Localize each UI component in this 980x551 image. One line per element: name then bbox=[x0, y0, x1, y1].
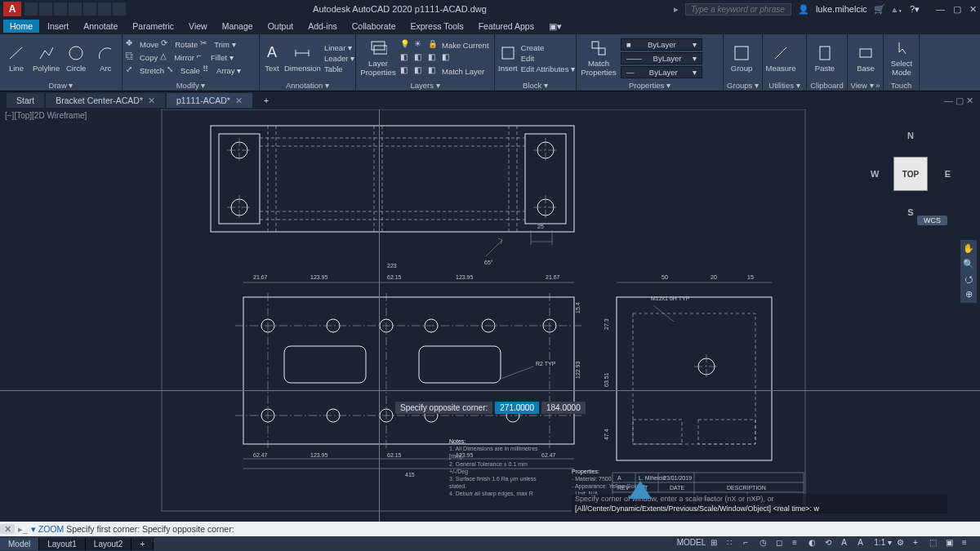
search-input[interactable] bbox=[685, 3, 791, 16]
dynamic-y[interactable]: 184.0000 bbox=[541, 402, 586, 414]
share-icon[interactable]: ⟁▾ bbox=[892, 4, 903, 14]
plus-icon[interactable]: + bbox=[913, 538, 924, 549]
win-close-icon[interactable]: ✕ bbox=[969, 4, 977, 15]
lock-icon[interactable]: 🔒 bbox=[428, 39, 439, 51]
trim-button[interactable]: Trim ▾ bbox=[214, 40, 235, 49]
pan-icon[interactable]: ✋ bbox=[963, 243, 974, 254]
panel-utilities-title[interactable]: Utilities ▾ bbox=[763, 81, 806, 90]
layout-tab-1[interactable]: Layout1 bbox=[39, 538, 86, 550]
viewcube-w[interactable]: W bbox=[871, 169, 879, 179]
viewcube-e[interactable]: E bbox=[945, 169, 951, 179]
bulb-icon[interactable]: 💡 bbox=[400, 39, 412, 51]
tab-addins[interactable]: Add-ins bbox=[301, 20, 344, 33]
close-icon[interactable]: ✕ bbox=[148, 96, 155, 105]
base-button[interactable]: Base bbox=[851, 36, 880, 80]
command-chevron-icon[interactable]: ▸_ bbox=[15, 524, 31, 534]
tab-annotate[interactable]: Annotate bbox=[77, 20, 124, 33]
arc-button[interactable]: Arc bbox=[92, 44, 118, 73]
gear-icon[interactable]: ⚙ bbox=[897, 538, 908, 549]
panel-properties-title[interactable]: Properties ▾ bbox=[577, 81, 723, 90]
group-button[interactable]: Group bbox=[727, 36, 756, 80]
stretch-button[interactable]: Stretch bbox=[140, 66, 164, 75]
color-dropdown[interactable]: ■ ByLayer▾ bbox=[621, 38, 702, 51]
tab-featured[interactable]: Featured Apps bbox=[472, 20, 541, 33]
layer-swatch-icon[interactable]: ◧ bbox=[400, 52, 412, 64]
command-line[interactable]: ✕ ▸_ ▾ ZOOM Specify first corner: Specif… bbox=[0, 522, 980, 536]
grid-icon[interactable]: ⊞ bbox=[710, 538, 722, 549]
annoscale-a2-icon[interactable]: A bbox=[858, 538, 869, 549]
win-max-icon[interactable]: ▢ bbox=[953, 4, 961, 15]
leader-button[interactable]: Leader ▾ bbox=[324, 54, 354, 63]
line-button[interactable]: Line bbox=[3, 44, 29, 73]
text-button[interactable]: AText bbox=[263, 44, 281, 73]
tab-output[interactable]: Output bbox=[261, 20, 301, 33]
lineweight-dropdown[interactable]: —— ByLayer▾ bbox=[621, 52, 702, 64]
layout-tab-2[interactable]: Layout2 bbox=[86, 538, 132, 550]
linetype-dropdown[interactable]: — ByLayer▾ bbox=[621, 66, 702, 78]
doc-tab-start[interactable]: Start bbox=[7, 93, 44, 108]
iso-icon[interactable]: ⬚ bbox=[929, 538, 941, 549]
match-layer-icon[interactable]: ◧ bbox=[400, 65, 412, 77]
rotate-button[interactable]: Rotate bbox=[175, 40, 198, 49]
lineweight-icon[interactable]: ≡ bbox=[792, 538, 804, 549]
annoscale-a-icon[interactable]: A bbox=[841, 538, 853, 549]
circle-button[interactable]: Circle bbox=[63, 44, 89, 73]
drawing-canvas[interactable]: [−][Top][2D Wireframe] 65° 25 21.67123.9… bbox=[0, 109, 980, 536]
qat-new-icon[interactable] bbox=[24, 2, 38, 16]
match-layer-button[interactable]: Match Layer bbox=[442, 67, 484, 76]
select-mode-button[interactable]: Select Mode bbox=[887, 36, 916, 80]
panel-draw-title[interactable]: Draw ▾ bbox=[0, 81, 122, 90]
layout-tab-model[interactable]: Model bbox=[0, 538, 39, 550]
make-current-button[interactable]: Make Current bbox=[442, 41, 489, 50]
help-icon[interactable]: ?▾ bbox=[910, 4, 920, 15]
linear-button[interactable]: Linear ▾ bbox=[324, 43, 352, 52]
copy-button[interactable]: Copy bbox=[140, 53, 158, 62]
orbit-icon[interactable]: ⭯ bbox=[964, 274, 973, 284]
tab-parametric[interactable]: Parametric bbox=[126, 20, 180, 33]
wcs-badge[interactable]: WCS bbox=[917, 216, 947, 225]
layer-properties-button[interactable]: Layer Properties bbox=[359, 39, 397, 77]
qat-plot-icon[interactable] bbox=[83, 2, 96, 16]
status-model[interactable]: MODEL bbox=[677, 538, 706, 549]
panel-groups-title[interactable]: Groups ▾ bbox=[724, 81, 762, 90]
tab-home[interactable]: Home bbox=[3, 20, 39, 33]
panel-view-title[interactable]: View ▾ » bbox=[848, 81, 883, 90]
customize-icon[interactable]: ≡ bbox=[962, 538, 973, 549]
polar-icon[interactable]: ◷ bbox=[760, 538, 771, 549]
tab-manage[interactable]: Manage bbox=[216, 20, 260, 33]
qat-open-icon[interactable] bbox=[39, 2, 52, 16]
qat-undo-icon[interactable] bbox=[98, 2, 111, 16]
doc-tab-add[interactable]: + bbox=[254, 93, 278, 108]
qat-redo-icon[interactable] bbox=[113, 2, 126, 16]
fillet-button[interactable]: Fillet ▾ bbox=[211, 53, 234, 62]
mirror-button[interactable]: Mirror bbox=[174, 53, 194, 62]
create-button[interactable]: Create bbox=[521, 43, 545, 52]
table-button[interactable]: Table bbox=[324, 64, 343, 73]
viewcube-face[interactable]: TOP bbox=[894, 158, 927, 190]
tab-collab[interactable]: Collaborate bbox=[345, 20, 403, 33]
doc-tab-p1111[interactable]: p1111-ACAD*✕ bbox=[167, 93, 252, 108]
edit-button[interactable]: Edit bbox=[521, 54, 534, 63]
insert-button[interactable]: Insert bbox=[498, 44, 518, 73]
viewcube-s[interactable]: S bbox=[907, 207, 913, 217]
zoom-icon[interactable]: 🔍 bbox=[963, 259, 974, 269]
polyline-button[interactable]: Polyline bbox=[33, 44, 60, 73]
sun-icon[interactable]: ☀ bbox=[414, 39, 425, 51]
panel-layers-title[interactable]: Layers ▾ bbox=[356, 81, 494, 90]
qat-save-icon[interactable] bbox=[54, 2, 67, 16]
user-name[interactable]: luke.mihelcic bbox=[816, 4, 867, 14]
win-min-icon[interactable]: — bbox=[936, 4, 945, 15]
zoom-scale[interactable]: 1:1 ▾ bbox=[874, 538, 892, 549]
cart-icon[interactable]: 🛒 bbox=[874, 4, 885, 15]
array-button[interactable]: Array ▾ bbox=[216, 66, 241, 75]
snap-icon[interactable]: ∷ bbox=[727, 538, 738, 549]
tab-view[interactable]: View bbox=[182, 20, 214, 33]
tab-extra-icon[interactable]: ▣▾ bbox=[542, 20, 568, 33]
move-button[interactable]: Move bbox=[140, 40, 158, 49]
doc-tab-bracket[interactable]: Bracket Center-ACAD*✕ bbox=[46, 93, 165, 108]
match-properties-button[interactable]: Match Properties bbox=[580, 39, 617, 77]
dynamic-x[interactable]: 271.0000 bbox=[495, 402, 539, 414]
viewcube[interactable]: N S E W TOP bbox=[866, 129, 956, 219]
dimension-button[interactable]: Dimension bbox=[284, 44, 321, 73]
tab-express[interactable]: Express Tools bbox=[403, 20, 470, 33]
